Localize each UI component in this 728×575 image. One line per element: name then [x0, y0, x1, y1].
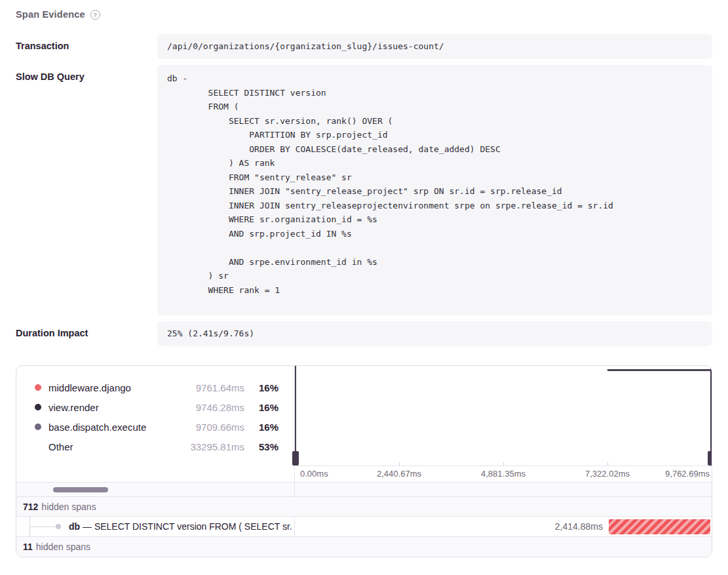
minimap-left-handle[interactable]	[295, 366, 296, 465]
legend-dot-none	[35, 443, 41, 450]
help-icon[interactable]: ?	[90, 10, 100, 20]
hidden-spans-count: 712	[23, 502, 38, 512]
span-row-description-cell: db — SELECT DISTINCT version FROM ( SELE…	[16, 517, 295, 536]
duration-impact-row: Duration Impact 25% (2.41s/9.76s)	[16, 321, 712, 346]
span-row-db[interactable]: db — SELECT DISTINCT version FROM ( SELE…	[16, 517, 712, 537]
tree-node-dot-icon	[56, 524, 61, 529]
ops-breakdown-legend: middleware.django 9761.64ms 16% view.ren…	[16, 366, 295, 482]
transaction-row: Transaction /api/0/organizations/{organi…	[16, 34, 712, 59]
hidden-spans-count: 11	[23, 542, 33, 552]
waterfall-header: middleware.django 9761.64ms 16% view.ren…	[16, 366, 712, 483]
span-duration: 2,414.88ms	[555, 517, 603, 537]
legend-dot-base-dispatch-icon	[35, 424, 41, 430]
legend-duration: 9761.64ms	[176, 382, 244, 393]
span-minimap[interactable]	[295, 366, 712, 466]
hidden-spans-row-bottom: 11 hidden spans	[16, 537, 712, 557]
span-op: db	[69, 521, 80, 532]
span-row-timeline-cell: 2,414.88ms	[295, 517, 712, 536]
span-waterfall-panel: middleware.django 9761.64ms 16% view.ren…	[16, 365, 712, 557]
span-op-dash: —	[83, 521, 94, 532]
scrollbar-spacer	[295, 483, 712, 496]
legend-name: view.render	[48, 402, 176, 413]
legend-row-view-render: view.render 9746.28ms 16%	[35, 397, 278, 417]
time-axis: 0.00ms 2,440.67ms 4,881.35ms 7,322.02ms …	[295, 466, 712, 482]
slow-db-query-value: db - SELECT DISTINCT version FROM ( SELE…	[157, 65, 712, 315]
transaction-value: /api/0/organizations/{organization_slug}…	[157, 34, 712, 59]
legend-dot-view-render-icon	[35, 404, 41, 410]
duration-impact-label: Duration Impact	[16, 321, 157, 346]
legend-duration: 33295.81ms	[176, 441, 244, 452]
axis-tick-label: 7,322.02ms	[585, 469, 630, 479]
page-title: Span Evidence	[16, 9, 85, 20]
legend-name: base.dispatch.execute	[48, 422, 176, 433]
hidden-spans-text: hidden spans	[41, 502, 96, 512]
span-duration-bar[interactable]	[609, 519, 710, 534]
axis-tick-label: 0.00ms	[300, 469, 328, 479]
axis-tick-label: 9,762.69ms	[665, 469, 710, 479]
legend-duration: 9709.66ms	[176, 422, 244, 433]
legend-percent: 53%	[244, 441, 278, 452]
section-header: Span Evidence ?	[16, 9, 712, 20]
hidden-spans-text: hidden spans	[36, 542, 90, 552]
slow-db-query-row: Slow DB Query db - SELECT DISTINCT versi…	[16, 65, 712, 315]
span-description: db — SELECT DISTINCT version FROM ( SELE…	[69, 517, 294, 536]
minimap-right-grabber[interactable]	[708, 451, 712, 466]
legend-duration: 9746.28ms	[176, 402, 244, 413]
legend-percent: 16%	[244, 422, 278, 433]
scrollbar-thumb[interactable]	[53, 487, 108, 492]
legend-row-middleware: middleware.django 9761.64ms 16%	[35, 378, 278, 397]
legend-name: Other	[48, 441, 176, 452]
transaction-label: Transaction	[16, 34, 157, 59]
horizontal-scrollbar-row	[16, 483, 712, 497]
minimap-column: 0.00ms 2,440.67ms 4,881.35ms 7,322.02ms …	[295, 366, 712, 482]
legend-dot-middleware-icon	[35, 384, 41, 391]
legend-percent: 16%	[244, 382, 278, 393]
minimap-right-handle[interactable]	[710, 366, 712, 465]
slow-db-query-label: Slow DB Query	[16, 65, 157, 315]
legend-row-other: Other 33295.81ms 53%	[35, 437, 278, 456]
tree-branch-line	[29, 526, 56, 527]
scrollbar-track[interactable]	[16, 483, 295, 496]
legend-name: middleware.django	[48, 382, 176, 393]
minimap-span-bar	[607, 369, 711, 371]
axis-tick-label: 2,440.67ms	[377, 469, 421, 479]
axis-tick-label: 4,881.35ms	[481, 469, 526, 479]
legend-percent: 16%	[244, 402, 278, 413]
span-query-text: SELECT DISTINCT version FROM ( SELECT sr…	[94, 521, 292, 532]
legend-row-base-dispatch: base.dispatch.execute 9709.66ms 16%	[35, 417, 278, 437]
span-evidence-section: Span Evidence ? Transaction /api/0/organ…	[0, 0, 728, 557]
duration-impact-value: 25% (2.41s/9.76s)	[157, 321, 712, 346]
hidden-spans-row-top: 712 hidden spans	[16, 497, 712, 517]
minimap-left-grabber[interactable]	[292, 451, 299, 466]
